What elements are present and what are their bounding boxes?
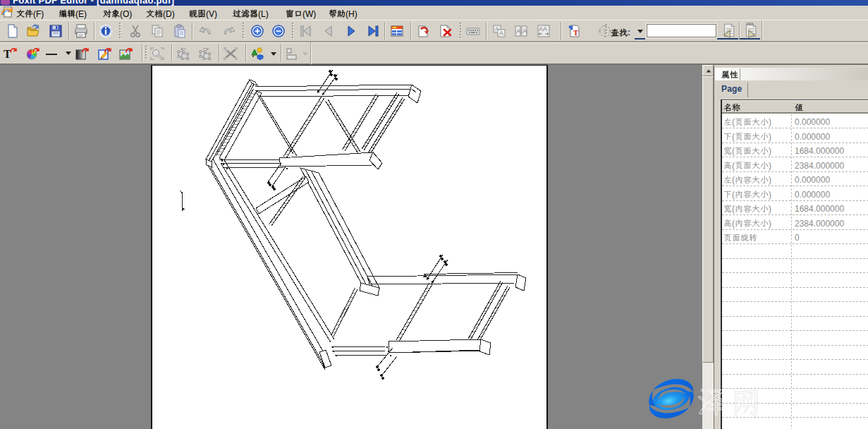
svg-text:T: T bbox=[573, 28, 579, 37]
svg-text:A: A bbox=[522, 28, 527, 35]
svg-text:A: A bbox=[499, 30, 503, 37]
svg-text:A: A bbox=[516, 28, 520, 35]
svg-text:T: T bbox=[4, 48, 11, 60]
svg-text:T: T bbox=[603, 28, 607, 35]
svg-text:AA: AA bbox=[539, 25, 547, 32]
